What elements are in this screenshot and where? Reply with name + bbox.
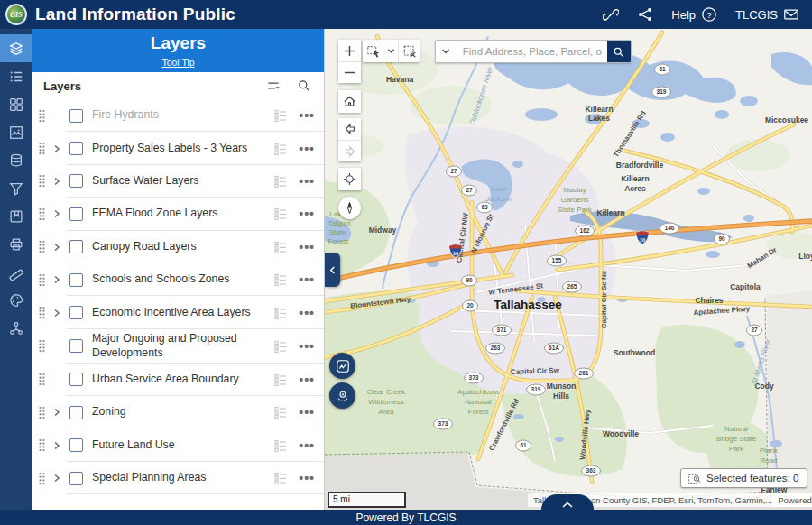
drag-handle-icon[interactable] (38, 438, 49, 452)
legend-icon[interactable] (273, 108, 288, 123)
rail-item-link-chart[interactable] (0, 314, 32, 342)
drag-handle-icon[interactable] (38, 207, 49, 221)
rail-item-widgets[interactable] (0, 90, 32, 118)
layer-checkbox[interactable] (69, 109, 83, 123)
rail-item-table[interactable] (0, 146, 32, 174)
rail-item-legend[interactable] (0, 62, 32, 90)
rail-item-bookmarks[interactable] (0, 202, 32, 230)
share-icon[interactable] (637, 6, 653, 23)
expand-chevron-icon[interactable] (52, 408, 66, 417)
rail-item-measure[interactable] (0, 258, 32, 286)
rail-item-layers[interactable] (0, 34, 32, 62)
legend-icon[interactable] (273, 306, 288, 320)
expand-chevron-icon[interactable] (52, 309, 66, 318)
rail-item-filter[interactable] (0, 174, 32, 202)
legend-icon[interactable] (273, 174, 288, 189)
contact-button[interactable]: TLCGIS (735, 6, 799, 23)
select-dropdown-button[interactable] (384, 40, 398, 62)
clear-selection-button[interactable] (398, 40, 420, 62)
drag-handle-icon[interactable] (38, 472, 49, 485)
drag-handle-icon[interactable] (38, 373, 49, 386)
layer-checkbox[interactable] (69, 306, 83, 319)
legend-icon[interactable] (273, 207, 288, 221)
more-options-icon[interactable]: ••• (299, 209, 315, 218)
layer-options-icon[interactable] (266, 78, 281, 93)
tooltip-link[interactable]: Tool Tip (161, 57, 194, 68)
layer-checkbox[interactable] (69, 406, 83, 419)
expand-chevron-icon[interactable] (52, 275, 66, 284)
legend-icon[interactable] (273, 339, 288, 354)
more-options-icon[interactable]: ••• (299, 275, 315, 284)
drag-handle-icon[interactable] (38, 273, 49, 287)
locate-button[interactable] (338, 168, 361, 190)
link-icon[interactable] (603, 6, 619, 23)
legend-icon[interactable] (273, 405, 288, 419)
expand-chevron-icon[interactable] (52, 144, 66, 153)
compass-button[interactable] (338, 197, 361, 219)
more-options-icon[interactable]: ••• (299, 111, 315, 120)
legend-icon[interactable] (273, 142, 288, 156)
search-layers-icon[interactable] (297, 78, 311, 93)
panel-collapse-tab[interactable] (325, 253, 340, 287)
search-submit-button[interactable] (607, 41, 631, 62)
more-options-icon[interactable]: ••• (299, 177, 315, 186)
route-shield: 27 (447, 166, 462, 177)
layer-checkbox[interactable] (69, 339, 83, 353)
zoom-out-button[interactable] (338, 61, 361, 83)
expand-chevron-icon[interactable] (52, 177, 66, 186)
expand-chevron-icon[interactable] (52, 474, 66, 483)
layer-label: Economic Incentive Area Layers (92, 306, 273, 320)
select-widget-button[interactable] (329, 382, 355, 409)
legend-icon[interactable] (273, 272, 288, 287)
next-extent-button[interactable] (338, 140, 361, 161)
legend-icon[interactable] (273, 373, 288, 387)
zoom-in-button[interactable] (338, 40, 361, 61)
search-source-dropdown[interactable] (436, 41, 457, 62)
drag-handle-icon[interactable] (38, 240, 49, 253)
layer-checkbox[interactable] (69, 373, 83, 386)
legend-icon[interactable] (273, 438, 288, 453)
attribution-toggle-button[interactable] (541, 494, 594, 510)
legend-icon[interactable] (273, 240, 288, 254)
more-options-icon[interactable]: ••• (299, 408, 315, 417)
more-options-icon[interactable]: ••• (299, 474, 315, 483)
map-label: 61 (520, 442, 527, 448)
search-input[interactable] (457, 41, 607, 62)
map-canvas[interactable]: HavanaKillearnLakesMiccosukeeBradfordvil… (325, 29, 812, 510)
legend-icon[interactable] (273, 471, 288, 485)
expand-chevron-icon[interactable] (52, 441, 66, 450)
drag-handle-icon[interactable] (38, 306, 49, 319)
rail-item-print[interactable] (0, 230, 32, 258)
more-options-icon[interactable]: ••• (299, 441, 315, 450)
map-label: 319 (531, 386, 541, 392)
expand-chevron-icon[interactable] (52, 243, 66, 252)
layer-checkbox[interactable] (69, 142, 83, 155)
powered-by-esri-link[interactable]: Powered by Esri (772, 493, 812, 507)
layer-checkbox[interactable] (69, 207, 83, 221)
layer-checkbox[interactable] (69, 438, 83, 452)
select-tool-button[interactable] (363, 40, 384, 62)
previous-extent-button[interactable] (338, 118, 361, 140)
more-options-icon[interactable]: ••• (299, 342, 315, 351)
drag-handle-icon[interactable] (38, 109, 49, 123)
layers-panel-header: Layers Tool Tip (32, 29, 324, 72)
layer-checkbox[interactable] (69, 273, 83, 287)
more-options-icon[interactable]: ••• (299, 144, 315, 153)
layer-checkbox[interactable] (69, 472, 83, 485)
selected-features-badge[interactable]: Selected features: 0 (680, 468, 807, 488)
expand-chevron-icon[interactable] (52, 209, 66, 218)
rail-item-draw[interactable] (0, 286, 32, 314)
drag-handle-icon[interactable] (38, 174, 49, 188)
layer-checkbox[interactable] (69, 174, 83, 188)
more-options-icon[interactable]: ••• (299, 309, 315, 318)
help-button[interactable]: Help ? (671, 6, 717, 23)
drag-handle-icon[interactable] (38, 142, 49, 155)
more-options-icon[interactable]: ••• (299, 375, 315, 384)
drag-handle-icon[interactable] (38, 339, 49, 353)
home-button[interactable] (338, 90, 361, 113)
layer-checkbox[interactable] (69, 240, 83, 253)
chart-widget-button[interactable] (329, 353, 355, 379)
more-options-icon[interactable]: ••• (299, 243, 315, 252)
drag-handle-icon[interactable] (38, 406, 49, 419)
rail-item-map-frame[interactable] (0, 118, 32, 146)
